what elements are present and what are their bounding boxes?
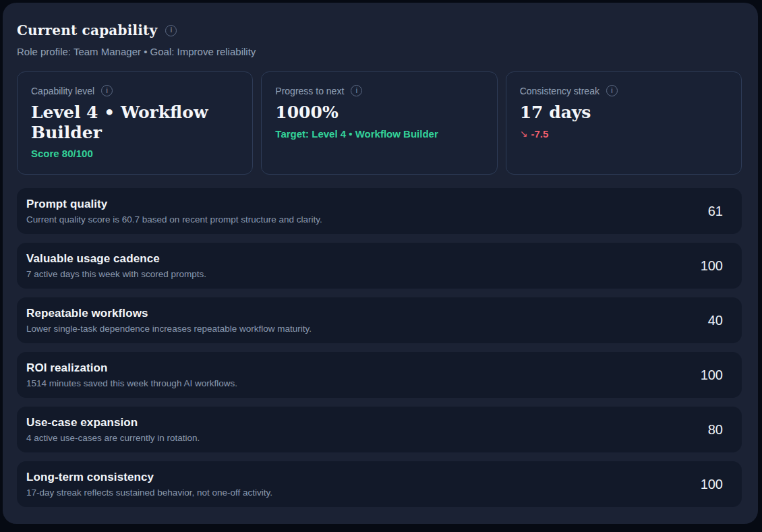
metric-description: 17-day streak reflects sustained behavio…: [26, 487, 272, 498]
metric-title: ROI realization: [26, 361, 237, 375]
capability-panel: Current capability i Role profile: Team …: [3, 3, 758, 524]
metric-title: Valuable usage cadence: [26, 252, 206, 266]
metric-value: 100: [701, 258, 723, 274]
panel-header: Current capability i Role profile: Team …: [17, 22, 742, 57]
metric-value: 61: [708, 204, 723, 219]
metric-description: Current quality score is 60.7 based on r…: [26, 214, 322, 225]
summary-cards: Capability level i Level 4 • Workflow Bu…: [17, 71, 742, 175]
metric-row-roi-realization: ROI realization 1514 minutes saved this …: [17, 352, 742, 398]
trend-value: -7.5: [531, 128, 548, 140]
metric-row-long-term-consistency: Long-term consistency 17-day streak refl…: [17, 461, 742, 507]
streak-trend: ↘ -7.5: [520, 128, 728, 140]
metric-title: Use-case expansion: [26, 416, 200, 430]
metric-description: Lower single-task dependence increases r…: [26, 324, 312, 334]
metric-row-usage-cadence: Valuable usage cadence 7 active days thi…: [17, 243, 742, 289]
card-progress-to-next: Progress to next i 1000% Target: Level 4…: [261, 71, 497, 175]
capability-score: Score 80/100: [31, 148, 239, 159]
metric-value: 100: [701, 367, 723, 383]
metric-value: 100: [701, 477, 723, 492]
metric-row-use-case-expansion: Use-case expansion 4 active use-cases ar…: [17, 407, 742, 452]
metric-title: Long-term consistency: [26, 471, 272, 484]
info-icon[interactable]: i: [165, 25, 177, 36]
trend-down-icon: ↘: [520, 128, 528, 139]
metric-row-prompt-quality: Prompt quality Current quality score is …: [17, 188, 742, 234]
info-icon[interactable]: i: [606, 85, 618, 96]
card-consistency-streak: Consistency streak i 17 days ↘ -7.5: [506, 71, 742, 175]
metric-description: 1514 minutes saved this week through AI …: [26, 378, 237, 388]
progress-value: 1000%: [275, 102, 477, 123]
card-label: Progress to next: [275, 86, 344, 96]
metric-value: 80: [708, 422, 723, 438]
role-goal-subtitle: Role profile: Team Manager • Goal: Impro…: [17, 46, 742, 57]
metric-description: 7 active days this week with scored prom…: [26, 269, 206, 279]
streak-value: 17 days: [520, 102, 722, 123]
metric-title: Prompt quality: [26, 198, 322, 211]
info-icon[interactable]: i: [351, 85, 362, 96]
card-capability-level: Capability level i Level 4 • Workflow Bu…: [17, 71, 253, 175]
metric-title: Repeatable workflows: [26, 307, 312, 320]
metric-description: 4 active use-cases are currently in rota…: [26, 433, 200, 443]
card-label: Consistency streak: [520, 86, 599, 96]
metric-list: Prompt quality Current quality score is …: [17, 188, 742, 507]
metric-row-repeatable-workflows: Repeatable workflows Lower single-task d…: [17, 297, 742, 343]
card-label: Capability level: [31, 86, 94, 96]
metric-value: 40: [708, 313, 723, 328]
info-icon[interactable]: i: [101, 85, 113, 96]
progress-target: Target: Level 4 • Workflow Builder: [275, 128, 483, 140]
page-title: Current capability: [17, 22, 157, 38]
capability-level-value: Level 4 • Workflow Builder: [31, 102, 233, 142]
